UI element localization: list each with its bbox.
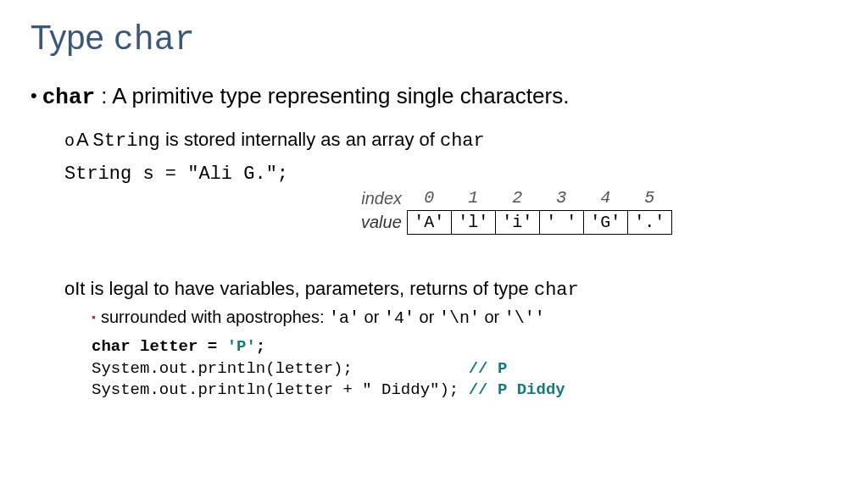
square-bullet-1: ▪surrounded with apostrophes: 'a' or '4'…	[92, 308, 837, 328]
index-cell: 0	[407, 186, 451, 210]
value-label: value	[356, 210, 407, 234]
value-cell: 'l'	[451, 210, 495, 234]
bullet-dot-icon: •	[31, 83, 37, 108]
index-cell: 4	[583, 186, 627, 210]
index-row: index 0 1 2 3 4 5	[356, 186, 671, 210]
index-label: index	[356, 186, 407, 210]
value-cell: 'i'	[495, 210, 539, 234]
sub2-prefix: It is legal to have variables, parameter…	[75, 278, 534, 299]
sq1-c3: '\n'	[439, 308, 480, 328]
bullet-primary: • char : A primitive type representing s…	[31, 83, 837, 110]
code-l3a: System.out.println(letter + " Diddy");	[92, 380, 469, 399]
slide-title: Type char	[31, 19, 837, 59]
value-cell: 'G'	[583, 210, 627, 234]
sub1-mid: is stored internally as an array of	[160, 129, 440, 150]
char-array-table: index 0 1 2 3 4 5 value 'A' 'l' 'i' ' ' …	[356, 186, 672, 235]
sq1-or3: or	[480, 308, 504, 326]
code-l3b: // P Diddy	[469, 380, 565, 399]
sub2-code: char	[534, 280, 579, 301]
sub1-code1: String	[93, 130, 160, 152]
sub-bullet-1: oA String is stored internally as an arr…	[64, 129, 837, 152]
sq1-c2: '4'	[384, 308, 415, 328]
sub1-prefix: A	[76, 129, 93, 150]
title-word1: Type	[31, 19, 114, 56]
code-block: char letter = 'P'; System.out.println(le…	[92, 336, 837, 402]
sq1-or1: or	[359, 308, 384, 326]
sq1-text: surrounded with apostrophes:	[101, 308, 329, 326]
sub-bullet-2: oIt is legal to have variables, paramete…	[64, 278, 837, 301]
sq1-or2: or	[415, 308, 439, 326]
value-cell: '.'	[627, 210, 671, 234]
value-row: value 'A' 'l' 'i' ' ' 'G' '.'	[356, 210, 671, 234]
code-l2a: System.out.println(letter);	[92, 359, 469, 378]
value-cell: ' '	[539, 210, 583, 234]
title-word2: char	[114, 21, 195, 59]
index-cell: 5	[627, 186, 671, 210]
code-declaration: String s = "Ali G.";	[64, 164, 837, 185]
bullet-primary-text: char : A primitive type representing sin…	[42, 83, 570, 110]
code-l2b: // P	[469, 359, 508, 378]
sub-bullet-marker: o	[64, 278, 75, 299]
index-cell: 2	[495, 186, 539, 210]
sub1-code2: char	[440, 130, 485, 152]
bullet-kw: char	[42, 85, 95, 110]
square-bullet-icon: ▪	[92, 310, 96, 324]
code-l1b: 'P'	[227, 337, 256, 356]
index-cell: 3	[539, 186, 583, 210]
bullet-rest: : A primitive type representing single c…	[95, 83, 569, 108]
sq1-c1: 'a'	[329, 308, 359, 328]
value-cell: 'A'	[407, 210, 451, 234]
code-l1a: char letter =	[92, 337, 227, 356]
sq1-c4: '\''	[504, 308, 545, 328]
code-l1c: ;	[256, 337, 265, 356]
index-cell: 1	[451, 186, 495, 210]
sub-bullet-marker: o	[64, 131, 75, 151]
